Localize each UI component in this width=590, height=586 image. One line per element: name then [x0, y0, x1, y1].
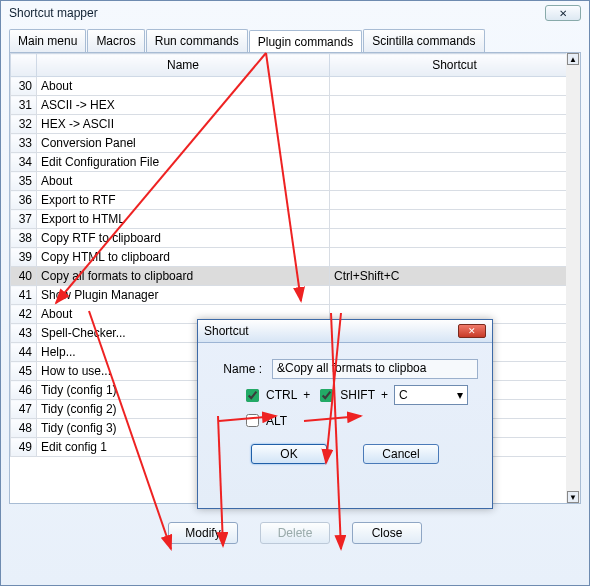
key-dropdown[interactable]: C ▾ — [394, 385, 468, 405]
key-dropdown-value: C — [399, 388, 408, 402]
cell-shortcut: Ctrl+Shift+C — [330, 267, 580, 286]
column-header-name[interactable]: Name — [37, 54, 330, 77]
cell-shortcut — [330, 210, 580, 229]
cell-shortcut — [330, 191, 580, 210]
cell-name: Export to RTF — [37, 191, 330, 210]
cell-name: Show Plugin Manager — [37, 286, 330, 305]
tab-main-menu[interactable]: Main menu — [9, 29, 86, 52]
tabstrip: Main menuMacrosRun commandsPlugin comman… — [9, 29, 581, 52]
table-row[interactable]: 37Export to HTML — [11, 210, 580, 229]
table-row[interactable]: 31ASCII -> HEX — [11, 96, 580, 115]
shortcut-dialog-title: Shortcut — [204, 324, 249, 338]
cell-shortcut — [330, 229, 580, 248]
table-row[interactable]: 32HEX -> ASCII — [11, 115, 580, 134]
row-number: 38 — [11, 229, 37, 248]
table-row[interactable]: 40Copy all formats to clipboardCtrl+Shif… — [11, 267, 580, 286]
row-number: 40 — [11, 267, 37, 286]
shift-checkbox[interactable]: SHIFT — [316, 386, 375, 405]
table-row[interactable]: 39Copy HTML to clipboard — [11, 248, 580, 267]
tab-scintilla-commands[interactable]: Scintilla commands — [363, 29, 484, 52]
cell-shortcut — [330, 248, 580, 267]
shortcut-dialog-body: Name : &Copy all formats to clipboa CTRL… — [198, 343, 492, 470]
table-row[interactable]: 41Show Plugin Manager — [11, 286, 580, 305]
table-row[interactable]: 36Export to RTF — [11, 191, 580, 210]
shortcut-dialog: Shortcut ✕ Name : &Copy all formats to c… — [197, 319, 493, 509]
cell-shortcut — [330, 96, 580, 115]
row-number: 32 — [11, 115, 37, 134]
cell-name: Export to HTML — [37, 210, 330, 229]
cell-name: About — [37, 172, 330, 191]
row-number: 31 — [11, 96, 37, 115]
cell-shortcut — [330, 77, 580, 96]
name-label: Name : — [212, 362, 262, 376]
row-number: 45 — [11, 362, 37, 381]
row-number: 37 — [11, 210, 37, 229]
tab-run-commands[interactable]: Run commands — [146, 29, 248, 52]
shortcut-dialog-close-button[interactable]: ✕ — [458, 324, 486, 338]
alt-checkbox[interactable]: ALT — [242, 411, 287, 430]
cell-name: Copy all formats to clipboard — [37, 267, 330, 286]
row-number: 33 — [11, 134, 37, 153]
close-button[interactable]: Close — [352, 522, 422, 544]
row-number: 46 — [11, 381, 37, 400]
cell-shortcut — [330, 134, 580, 153]
column-header-shortcut[interactable]: Shortcut — [330, 54, 580, 77]
cell-shortcut — [330, 153, 580, 172]
ctrl-checkbox[interactable]: CTRL — [242, 386, 297, 405]
row-number: 44 — [11, 343, 37, 362]
tab-macros[interactable]: Macros — [87, 29, 144, 52]
vertical-scrollbar[interactable]: ▲ ▼ — [566, 53, 580, 503]
row-number: 36 — [11, 191, 37, 210]
delete-button: Delete — [260, 522, 330, 544]
cell-shortcut — [330, 172, 580, 191]
row-number: 41 — [11, 286, 37, 305]
shift-checkbox-input[interactable] — [320, 389, 333, 402]
table-row[interactable]: 34Edit Configuration File — [11, 153, 580, 172]
row-number: 42 — [11, 305, 37, 324]
scroll-down-button[interactable]: ▼ — [567, 491, 579, 503]
shortcut-dialog-titlebar[interactable]: Shortcut ✕ — [198, 320, 492, 343]
row-number: 48 — [11, 419, 37, 438]
window-title: Shortcut mapper — [9, 6, 98, 20]
shortcut-mapper-window: Shortcut mapper ✕ Main menuMacrosRun com… — [0, 0, 590, 586]
table-row[interactable]: 35About — [11, 172, 580, 191]
ok-button[interactable]: OK — [251, 444, 327, 464]
scroll-up-button[interactable]: ▲ — [567, 53, 579, 65]
dialog-button-row: Modify Delete Close — [9, 522, 581, 544]
chevron-down-icon: ▾ — [457, 388, 463, 402]
titlebar: Shortcut mapper ✕ — [1, 1, 589, 25]
cell-shortcut — [330, 286, 580, 305]
name-input[interactable]: &Copy all formats to clipboa — [272, 359, 478, 379]
cell-name: ASCII -> HEX — [37, 96, 330, 115]
ctrl-checkbox-input[interactable] — [246, 389, 259, 402]
row-number: 30 — [11, 77, 37, 96]
row-number: 34 — [11, 153, 37, 172]
row-number: 43 — [11, 324, 37, 343]
tab-plugin-commands[interactable]: Plugin commands — [249, 30, 362, 53]
window-close-button[interactable]: ✕ — [545, 5, 581, 21]
row-number: 47 — [11, 400, 37, 419]
table-row[interactable]: 33Conversion Panel — [11, 134, 580, 153]
cancel-button[interactable]: Cancel — [363, 444, 439, 464]
cell-name: About — [37, 77, 330, 96]
row-number: 49 — [11, 438, 37, 457]
table-row[interactable]: 30About — [11, 77, 580, 96]
table-row[interactable]: 38Copy RTF to clipboard — [11, 229, 580, 248]
cell-name: Copy RTF to clipboard — [37, 229, 330, 248]
cell-shortcut — [330, 115, 580, 134]
row-number: 39 — [11, 248, 37, 267]
cell-name: Conversion Panel — [37, 134, 330, 153]
cell-name: Copy HTML to clipboard — [37, 248, 330, 267]
cell-name: Edit Configuration File — [37, 153, 330, 172]
row-number: 35 — [11, 172, 37, 191]
alt-checkbox-input[interactable] — [246, 414, 259, 427]
modify-button[interactable]: Modify — [168, 522, 238, 544]
cell-name: HEX -> ASCII — [37, 115, 330, 134]
